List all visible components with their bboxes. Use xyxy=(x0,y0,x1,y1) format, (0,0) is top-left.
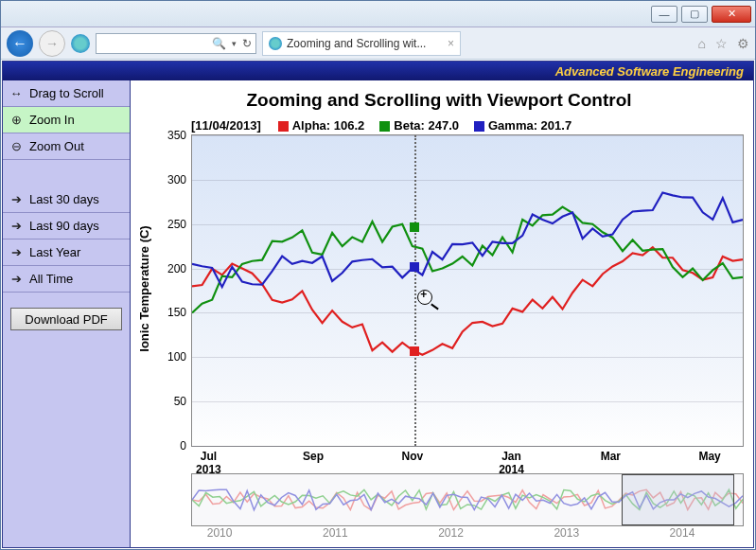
ie-icon xyxy=(71,34,90,53)
sidebar-range-last-90-days[interactable]: ➔Last 90 days xyxy=(3,213,130,240)
marker-gamma xyxy=(410,262,419,272)
y-tick: 150 xyxy=(167,306,186,319)
sidebar-tool-zoom-in[interactable]: ⊕Zoom In xyxy=(3,107,130,133)
sidebar-item-label: Last 90 days xyxy=(29,219,99,233)
browser-tools: ⌂ ☆ ⚙ xyxy=(698,36,749,51)
plot-area[interactable]: 050100150200250300350Jul2013SepNovJan201… xyxy=(191,134,744,447)
arrow-right-icon: ➔ xyxy=(9,272,24,287)
overview-tick: 2012 xyxy=(438,526,464,540)
chart-pane: Zooming and Scrolling with Viewport Cont… xyxy=(131,80,753,547)
overview-tick: 2014 xyxy=(670,526,695,540)
tab-title: Zooming and Scrolling wit... xyxy=(287,37,426,50)
sidebar-item-label: Zoom In xyxy=(29,113,75,127)
titlebar: — ▢ ✕ xyxy=(1,1,755,27)
legend-alpha: Alpha: 106.2 xyxy=(278,118,365,133)
forward-button[interactable]: → xyxy=(39,30,65,57)
gear-icon[interactable]: ⚙ xyxy=(737,36,749,51)
sidebar: ↔Drag to Scroll⊕Zoom In⊖Zoom Out ➔Last 3… xyxy=(3,80,131,547)
sidebar-item-label: Zoom Out xyxy=(29,139,84,153)
marker-beta xyxy=(410,222,419,232)
address-bar[interactable]: 🔍 ▾ ↻ xyxy=(96,33,256,54)
y-tick: 100 xyxy=(167,350,186,364)
chart-legend: [11/04/2013] Alpha: 106.2Beta: 247.0Gamm… xyxy=(191,118,744,133)
sidebar-item-label: Last Year xyxy=(29,245,80,259)
dropdown-icon[interactable]: ▾ xyxy=(232,39,237,48)
tab-close-icon[interactable]: × xyxy=(448,37,454,50)
y-tick: 200 xyxy=(167,262,186,275)
x-tick: Jan2014 xyxy=(499,450,524,476)
overview-tick: 2010 xyxy=(207,526,233,540)
x-tick: Mar xyxy=(601,450,621,463)
brand-text: Advanced Software Engineering xyxy=(555,64,744,79)
y-tick: 300 xyxy=(167,173,186,186)
brand-bar: Advanced Software Engineering xyxy=(3,62,753,80)
y-tick: 0 xyxy=(180,439,186,452)
sidebar-range-last-year[interactable]: ➔Last Year xyxy=(3,240,130,266)
y-tick: 50 xyxy=(174,395,186,408)
refresh-icon[interactable]: ↻ xyxy=(242,37,252,50)
marker-alpha xyxy=(410,346,419,356)
x-tick: Jul2013 xyxy=(196,450,221,476)
y-tick: 250 xyxy=(167,218,186,231)
arrow-right-icon: ➔ xyxy=(9,192,24,207)
cursor-date: [11/04/2013] xyxy=(191,118,261,133)
sidebar-range-last-30-days[interactable]: ➔Last 30 days xyxy=(3,186,130,213)
y-axis-label: Ionic Temperature (C) xyxy=(137,225,151,351)
x-tick: May xyxy=(698,450,720,463)
drag-to-scroll-icon: ↔ xyxy=(9,86,24,101)
sidebar-tool-drag-to-scroll[interactable]: ↔Drag to Scroll xyxy=(3,80,130,107)
favorites-icon[interactable]: ☆ xyxy=(715,36,728,51)
overview-tick: 2013 xyxy=(554,526,579,540)
legend-beta: Beta: 247.0 xyxy=(379,118,459,133)
sidebar-item-label: Last 30 days xyxy=(29,192,99,206)
tracking-cursor xyxy=(414,135,416,446)
back-button[interactable]: ← xyxy=(7,30,33,57)
sidebar-tool-zoom-out[interactable]: ⊖Zoom Out xyxy=(3,133,130,160)
maximize-button[interactable]: ▢ xyxy=(681,6,708,23)
page-content: Advanced Software Engineering ↔Drag to S… xyxy=(2,61,754,548)
x-tick: Nov xyxy=(401,450,423,463)
overview-tick: 2011 xyxy=(323,526,348,540)
minimize-button[interactable]: — xyxy=(651,6,677,23)
zoom-cursor-icon xyxy=(417,290,432,305)
chart-title: Zooming and Scrolling with Viewport Cont… xyxy=(134,90,744,111)
browser-toolbar: ← → 🔍 ▾ ↻ Zooming and Scrolling wit... ×… xyxy=(1,27,755,60)
app-window: — ▢ ✕ ← → 🔍 ▾ ↻ Zooming and Scrolling wi… xyxy=(0,0,756,550)
sidebar-item-label: Drag to Scroll xyxy=(29,86,104,100)
tab-favicon-icon xyxy=(269,37,282,50)
sidebar-range-all-time[interactable]: ➔All Time xyxy=(3,266,130,293)
zoom-out-icon: ⊖ xyxy=(9,139,24,154)
download-pdf-button[interactable]: Download PDF xyxy=(10,308,122,330)
x-tick: Sep xyxy=(303,450,324,463)
overview-strip[interactable]: 20102011201220132014 xyxy=(191,473,744,526)
arrow-right-icon: ➔ xyxy=(9,245,24,260)
arrow-right-icon: ➔ xyxy=(9,219,24,234)
close-button[interactable]: ✕ xyxy=(712,6,751,23)
sidebar-item-label: All Time xyxy=(29,272,73,286)
overview-selection[interactable] xyxy=(622,474,734,525)
legend-gamma: Gamma: 201.7 xyxy=(474,118,571,133)
home-icon[interactable]: ⌂ xyxy=(698,36,706,51)
zoom-in-icon: ⊕ xyxy=(9,113,24,128)
y-tick: 350 xyxy=(167,129,186,142)
search-icon[interactable]: 🔍 xyxy=(212,37,226,50)
browser-tab[interactable]: Zooming and Scrolling wit... × xyxy=(262,31,461,56)
